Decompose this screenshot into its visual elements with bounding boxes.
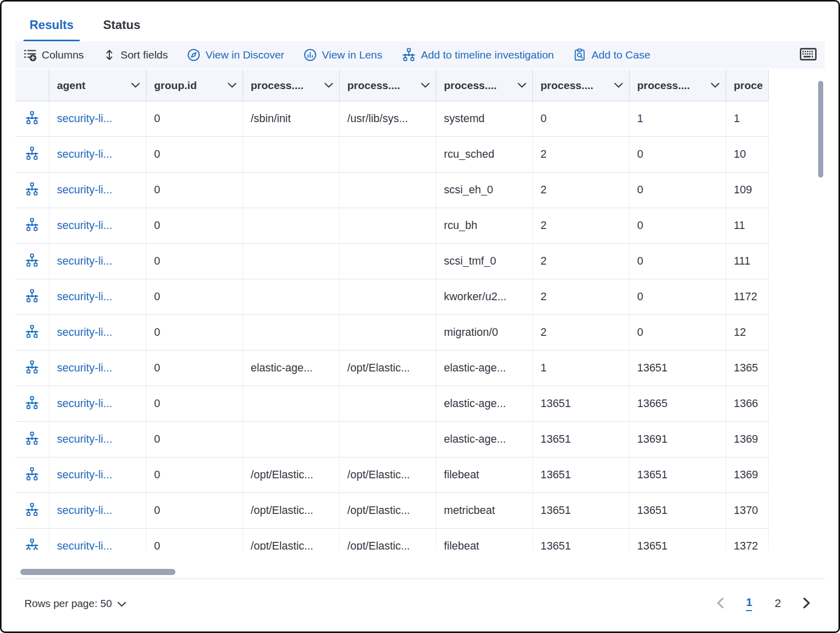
open-in-timeline-button[interactable] xyxy=(25,182,39,198)
table-cell[interactable]: 1366 xyxy=(726,386,769,421)
agent-link[interactable]: security-li... xyxy=(57,397,112,410)
table-cell[interactable]: 1369 xyxy=(726,457,769,493)
table-cell[interactable]: elastic-age... xyxy=(436,351,533,386)
view-in-discover-button[interactable]: View in Discover xyxy=(187,48,284,62)
table-cell[interactable]: 2 xyxy=(533,279,629,314)
table-cell[interactable]: /sbin/init xyxy=(243,101,340,136)
table-cell[interactable]: 13665 xyxy=(629,386,726,421)
table-cell[interactable]: 0 xyxy=(146,101,243,136)
agent-link[interactable]: security-li... xyxy=(57,469,112,481)
agent-link[interactable]: security-li... xyxy=(57,219,112,232)
tab-status[interactable]: Status xyxy=(97,13,146,41)
table-cell[interactable]: 0 xyxy=(146,529,243,550)
table-cell[interactable]: filebeat xyxy=(436,457,533,493)
open-in-timeline-button[interactable] xyxy=(25,538,39,550)
table-cell[interactable]: /opt/Elastic... xyxy=(243,529,340,550)
open-in-timeline-button[interactable] xyxy=(25,360,39,376)
table-cell[interactable]: 2 xyxy=(533,137,629,172)
table-cell[interactable]: 0 xyxy=(533,101,629,136)
table-cell[interactable]: 0 xyxy=(629,244,726,279)
table-cell[interactable]: filebeat xyxy=(436,529,533,550)
agent-link[interactable]: security-li... xyxy=(57,362,112,375)
column-header-process[interactable]: process.... xyxy=(436,70,533,101)
table-cell[interactable]: 0 xyxy=(146,172,243,208)
chevron-down-icon[interactable] xyxy=(131,82,140,88)
table-cell[interactable] xyxy=(340,386,436,421)
table-cell[interactable] xyxy=(340,315,436,350)
chevron-down-icon[interactable] xyxy=(421,82,430,88)
chevron-down-icon[interactable] xyxy=(518,82,526,88)
table-cell[interactable]: metricbeat xyxy=(436,493,533,528)
rows-per-page-button[interactable]: Rows per page: 50 xyxy=(24,597,126,610)
table-cell[interactable] xyxy=(243,386,340,421)
table-cell[interactable]: 0 xyxy=(146,457,243,493)
add-to-timeline-investigation-button[interactable]: Add to timeline investigation xyxy=(402,48,554,62)
table-cell[interactable]: 13651 xyxy=(533,422,629,457)
table-cell[interactable]: 13651 xyxy=(629,351,726,386)
table-cell[interactable]: 13651 xyxy=(533,493,629,528)
horizontal-scrollbar[interactable] xyxy=(20,569,175,575)
table-cell[interactable] xyxy=(340,137,436,172)
table-cell[interactable]: 0 xyxy=(146,208,243,243)
agent-link[interactable]: security-li... xyxy=(57,326,112,339)
table-cell[interactable]: scsi_eh_0 xyxy=(436,172,533,208)
table-cell[interactable]: 2 xyxy=(533,172,629,208)
table-cell[interactable] xyxy=(243,315,340,350)
table-cell[interactable]: 0 xyxy=(629,279,726,314)
chevron-down-icon[interactable] xyxy=(228,82,236,88)
table-cell[interactable]: 1172 xyxy=(726,279,769,314)
table-cell[interactable]: /opt/Elastic... xyxy=(340,457,436,493)
table-cell[interactable]: 13651 xyxy=(533,386,629,421)
table-cell[interactable]: 13651 xyxy=(629,493,726,528)
open-in-timeline-button[interactable] xyxy=(25,325,39,340)
open-in-timeline-button[interactable] xyxy=(25,111,39,127)
vertical-scrollbar[interactable] xyxy=(818,81,823,178)
table-cell[interactable]: /opt/Elastic... xyxy=(243,457,340,493)
columns-button[interactable]: Columns xyxy=(23,48,84,62)
column-header-process[interactable]: process.... xyxy=(533,70,629,101)
open-in-timeline-button[interactable] xyxy=(25,396,39,412)
table-cell[interactable] xyxy=(243,422,340,457)
table-cell[interactable]: 0 xyxy=(629,137,726,172)
table-cell[interactable] xyxy=(243,137,340,172)
page-1-button[interactable]: 1 xyxy=(746,596,753,611)
table-cell[interactable] xyxy=(340,422,436,457)
table-cell[interactable] xyxy=(340,172,436,208)
table-cell[interactable]: 13651 xyxy=(629,529,726,550)
table-cell[interactable]: 13691 xyxy=(629,422,726,457)
table-cell[interactable]: 0 xyxy=(146,137,243,172)
table-cell[interactable]: migration/0 xyxy=(436,315,533,350)
table-cell[interactable]: 13651 xyxy=(533,457,629,493)
agent-link[interactable]: security-li... xyxy=(57,148,112,161)
table-cell[interactable] xyxy=(243,244,340,279)
column-header-proce[interactable]: proce xyxy=(726,70,769,101)
open-in-timeline-button[interactable] xyxy=(25,218,39,234)
table-cell[interactable]: /opt/Elastic... xyxy=(340,351,436,386)
table-cell[interactable]: 1 xyxy=(533,351,629,386)
column-header-process[interactable]: process.... xyxy=(340,70,436,101)
add-to-case-button[interactable]: Add to Case xyxy=(573,48,650,62)
table-cell[interactable] xyxy=(340,244,436,279)
table-cell[interactable]: 13651 xyxy=(533,529,629,550)
table-cell[interactable]: 0 xyxy=(629,172,726,208)
next-page-button[interactable] xyxy=(803,597,811,610)
chevron-down-icon[interactable] xyxy=(711,82,719,88)
table-cell[interactable]: 0 xyxy=(146,351,243,386)
agent-link[interactable]: security-li... xyxy=(57,504,112,517)
column-header-group-id[interactable]: group.id xyxy=(146,70,243,101)
table-cell[interactable]: /opt/Elastic... xyxy=(243,493,340,528)
table-cell[interactable]: 0 xyxy=(146,279,243,314)
table-cell[interactable]: 1370 xyxy=(726,493,769,528)
table-cell[interactable] xyxy=(243,208,340,243)
table-cell[interactable] xyxy=(340,279,436,314)
agent-link[interactable]: security-li... xyxy=(57,433,112,446)
agent-link[interactable]: security-li... xyxy=(57,291,112,303)
open-in-timeline-button[interactable] xyxy=(25,253,39,269)
open-in-timeline-button[interactable] xyxy=(25,503,39,519)
table-cell[interactable]: 0 xyxy=(146,244,243,279)
table-cell[interactable]: elastic-age... xyxy=(436,386,533,421)
table-cell[interactable]: /usr/lib/sys... xyxy=(340,101,436,136)
table-cell[interactable]: systemd xyxy=(436,101,533,136)
chevron-down-icon[interactable] xyxy=(614,82,623,88)
keyboard-shortcuts-button[interactable] xyxy=(800,47,817,63)
